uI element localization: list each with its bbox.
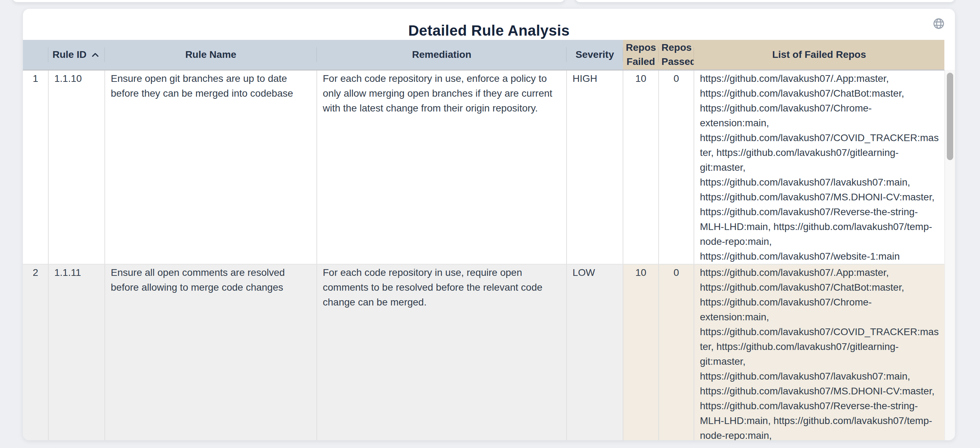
cell-repos-passed: 0 bbox=[659, 264, 694, 441]
rules-table: Rule ID Rule Name Remediation Severity R… bbox=[23, 40, 944, 440]
cell-index: 2 bbox=[23, 264, 48, 441]
cell-repos-failed: 10 bbox=[623, 264, 659, 441]
cell-remediation: For each code repository in use, require… bbox=[317, 264, 566, 441]
cell-remediation: For each code repository in use, enforce… bbox=[317, 70, 566, 264]
scrollbar-thumb[interactable] bbox=[947, 73, 953, 160]
cell-index: 1 bbox=[23, 70, 48, 264]
cell-rule-name: Ensure open git branches are up to date … bbox=[105, 70, 317, 264]
vertical-scrollbar[interactable] bbox=[944, 70, 955, 440]
table-row: 11.1.10Ensure open git branches are up t… bbox=[23, 70, 944, 264]
cell-repos-failed: 10 bbox=[623, 70, 659, 264]
column-header-repos-failed[interactable]: Repos Failed bbox=[623, 40, 659, 70]
column-header-remediation[interactable]: Remediation bbox=[317, 40, 566, 70]
detailed-rule-analysis-card: Detailed Rule Analysis Rule ID bbox=[23, 9, 955, 440]
column-header-rule-id[interactable]: Rule ID bbox=[48, 40, 105, 70]
cell-repos-passed: 0 bbox=[659, 70, 694, 264]
cell-rule-name: Ensure all open comments are resolved be… bbox=[105, 264, 317, 441]
table-row: 21.1.11Ensure all open comments are reso… bbox=[23, 264, 944, 441]
column-header-list-of-failed-repos[interactable]: List of Failed Repos bbox=[694, 40, 944, 70]
cell-failed-repos: https://github.com/lavakush07/.App:maste… bbox=[694, 264, 944, 441]
sort-ascending-icon[interactable] bbox=[90, 49, 100, 60]
cell-severity: LOW bbox=[566, 264, 623, 441]
cell-rule-id: 1.1.11 bbox=[48, 264, 105, 441]
globe-icon[interactable] bbox=[931, 16, 947, 32]
cell-failed-repos: https://github.com/lavakush07/.App:maste… bbox=[694, 70, 944, 264]
column-header-severity[interactable]: Severity bbox=[566, 40, 623, 70]
cell-rule-id: 1.1.10 bbox=[48, 70, 105, 264]
column-header-repos-passed[interactable]: Repos Passed bbox=[659, 40, 694, 70]
cell-severity: HIGH bbox=[566, 70, 623, 264]
top-panel-left bbox=[12, 0, 565, 2]
column-header-rule-id-label: Rule ID bbox=[52, 48, 86, 62]
column-header-index bbox=[23, 40, 48, 70]
header-row: Rule ID Rule Name Remediation Severity R… bbox=[23, 40, 944, 70]
column-header-rule-name[interactable]: Rule Name bbox=[105, 40, 317, 70]
top-panel-right bbox=[575, 0, 955, 2]
page-title: Detailed Rule Analysis bbox=[23, 22, 955, 39]
